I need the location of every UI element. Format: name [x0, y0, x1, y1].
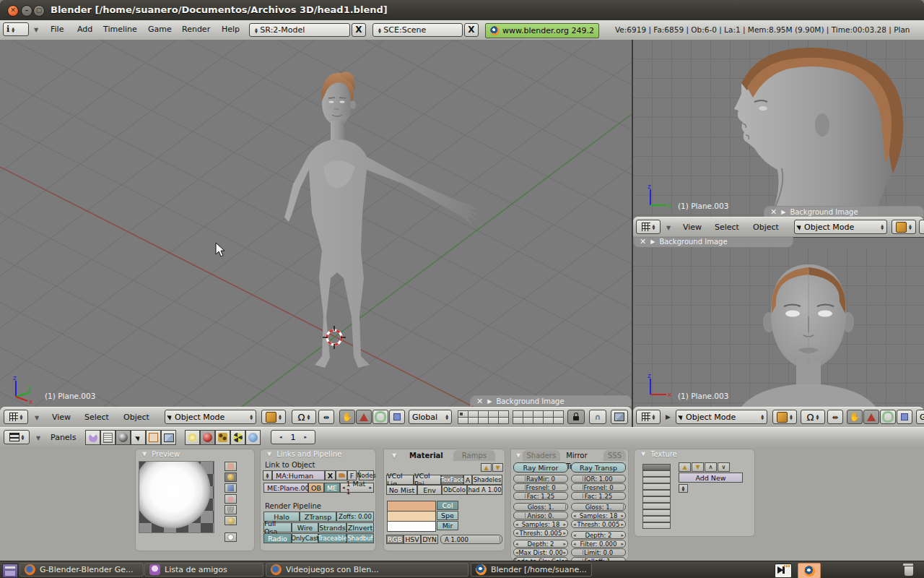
menu-select[interactable]: Select [715, 223, 739, 232]
texture-slot[interactable] [642, 496, 671, 503]
proportional-edit-icon[interactable]: ⇹ [318, 410, 334, 424]
mode-combo[interactable]: Object Mode ▲▼ [794, 220, 887, 234]
background-image-panel-front[interactable]: ✕ ▶ Background Image [633, 236, 793, 247]
obcolor-toggle[interactable]: ObColo [442, 485, 467, 495]
ztransp-toggle[interactable]: ZTransp [300, 512, 336, 522]
taskbar-item-videojuegos[interactable]: Videojuegos con Blen... [266, 563, 468, 577]
frame-number-field[interactable]: ◂ 1 ▸ [271, 430, 315, 444]
thresh-t-stepper[interactable]: Thresh: 0.005 [571, 520, 626, 528]
orientation-combo[interactable]: Global ▲▼ [409, 410, 452, 424]
tab-shaders[interactable]: Shaders [523, 450, 561, 461]
maximize-window-icon[interactable]: ▢ [33, 5, 45, 17]
texture-slot[interactable] [642, 522, 671, 529]
expand-icon[interactable]: ▶ [650, 238, 655, 245]
rotate-manipulator[interactable] [372, 410, 388, 424]
menu-select[interactable]: Select [84, 413, 109, 422]
close-window-icon[interactable]: ✕ [7, 5, 19, 17]
preview-hair-button[interactable] [225, 505, 237, 514]
shading-buttons[interactable] [116, 430, 131, 445]
blender-tray-item[interactable] [798, 563, 821, 578]
draw-type-combo[interactable]: ▲▼ [892, 220, 916, 234]
texture-slot[interactable] [642, 490, 671, 496]
taskbar-item-amigos[interactable]: Lista de amigos [144, 563, 263, 577]
samples-t-stepper[interactable]: Samples: 18 [571, 512, 626, 519]
minimize-window-icon[interactable]: – [21, 5, 32, 17]
ray-mirror-toggle[interactable]: Ray Mirror [513, 462, 568, 473]
tab-sss[interactable]: SSS [603, 450, 626, 461]
preview-monkey-button[interactable] [225, 494, 237, 504]
shadeless-toggle[interactable]: Shadeles [472, 475, 502, 485]
frame-next-icon[interactable]: ▸ [305, 434, 308, 440]
strands-toggle[interactable]: Strands [318, 522, 346, 532]
logic-buttons[interactable] [85, 430, 100, 445]
texture-slot[interactable] [642, 464, 671, 470]
texture-buttons[interactable] [215, 430, 230, 445]
preview-bigsphere-button[interactable] [225, 516, 237, 525]
menu-view[interactable]: View [52, 413, 71, 422]
menu-help[interactable]: Help [222, 25, 240, 34]
filter-stepper[interactable]: Filter: 0.000 [571, 540, 626, 548]
expand-menus-icon[interactable]: ▶ [666, 413, 671, 420]
editor-type-selector[interactable]: ▲▼ [636, 220, 661, 234]
material-name-field[interactable]: MA:Human [272, 470, 325, 480]
close-icon[interactable]: ✕ [476, 397, 483, 406]
collapse-panel-icon[interactable]: ▼ [516, 452, 520, 459]
zinvert-toggle[interactable]: ZInvert [346, 522, 374, 532]
object-buttons[interactable] [131, 430, 146, 445]
manipulator-toggle[interactable]: ✋ [847, 410, 863, 424]
collapse-panel-icon[interactable]: ▼ [267, 451, 271, 457]
pivot-selector[interactable]: Ω▲▼ [292, 410, 316, 424]
tab-ramps[interactable]: Ramps [453, 450, 495, 461]
shad-a-field[interactable]: had A 1.00 [467, 485, 502, 495]
fac-slider[interactable]: Fac: 1.25 [513, 492, 568, 500]
gloss-slider[interactable]: Gloss: 1. [513, 503, 568, 511]
vcol-paint-toggle[interactable]: VCol Pai [414, 475, 441, 485]
fresnel-t-slider[interactable]: Fresnel: 0 [571, 483, 626, 491]
raymir-slider[interactable]: RayMir: 0 [513, 475, 568, 483]
translate-manipulator[interactable] [356, 410, 372, 424]
mesh-name-field[interactable]: ME:Plane.003 [263, 483, 308, 493]
pivot-selector[interactable]: Ω [919, 220, 924, 234]
hsv-button[interactable]: HSV [404, 535, 421, 544]
collapse-header-icon[interactable]: ▼ [34, 27, 38, 33]
texture-slot[interactable] [642, 509, 671, 516]
screen-delete-button[interactable]: X [352, 23, 366, 37]
proportional-edit-icon[interactable]: ⇹ [827, 410, 843, 424]
spe-button[interactable]: Spe [437, 511, 458, 520]
rgb-button[interactable]: RGB [386, 535, 404, 544]
lamp-buttons[interactable] [185, 430, 200, 445]
texture-slot[interactable] [642, 516, 671, 522]
scene-buttons[interactable] [161, 430, 176, 445]
texture-slot[interactable] [642, 470, 671, 477]
scale-manipulator[interactable] [897, 410, 912, 424]
copy-material-button[interactable]: ▲ [481, 463, 492, 472]
depth-stepper[interactable]: Depth: 2 [513, 540, 568, 548]
viewport-main[interactable]: z y x (1) Plane.003 ✕ ▶ Background Image [0, 40, 632, 407]
fullosa-toggle[interactable]: Full Osa [263, 522, 292, 532]
wire-toggle[interactable]: Wire [292, 522, 318, 532]
editor-type-selector[interactable]: ▲▼ [4, 410, 28, 424]
menu-object[interactable]: Object [753, 223, 779, 232]
world-buttons[interactable] [245, 430, 261, 445]
background-image-panel-side[interactable]: ✕ ▶ Background Image [764, 206, 924, 217]
fresnel-slider[interactable]: Fresnel: 0 [513, 483, 568, 491]
a-toggle[interactable]: A [463, 475, 472, 485]
move-up-button[interactable]: ∧ [705, 462, 717, 472]
menu-timeline[interactable]: Timeline [103, 25, 137, 34]
close-icon[interactable]: ✕ [640, 237, 646, 246]
texture-slot[interactable] [642, 503, 671, 509]
menu-render[interactable]: Render [182, 25, 210, 34]
auto-name-button[interactable] [336, 470, 347, 480]
window-type-selector[interactable]: i▲▼ [3, 22, 29, 36]
tab-mirror-transp[interactable]: Mirror Tran [562, 450, 602, 461]
show-desktop-button[interactable] [775, 564, 792, 578]
preview-cube-button[interactable] [225, 483, 237, 493]
viewport-side[interactable]: z y (1) Plane.003 ✕ ▶ Background Image [633, 40, 924, 217]
mir-button[interactable]: Mir [437, 521, 458, 530]
move-down-button[interactable]: ∨ [718, 462, 730, 472]
expand-icon[interactable]: ▶ [487, 398, 492, 405]
manipulator-toggle[interactable]: ✋ [339, 410, 355, 424]
scene-delete-button[interactable]: X [464, 23, 479, 37]
viewport-front[interactable]: z x (1) Plane.003 [633, 247, 924, 407]
env-toggle[interactable]: Env [417, 485, 442, 495]
